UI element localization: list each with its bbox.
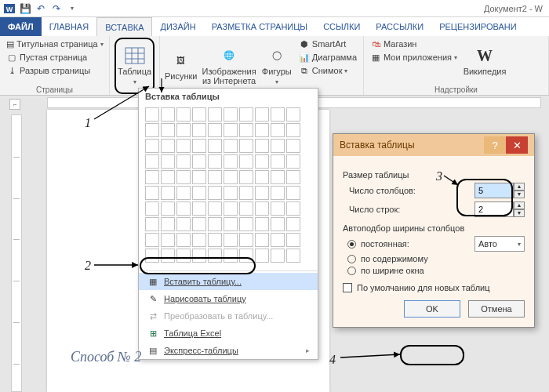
grid-cell[interactable] [161, 107, 175, 122]
rows-spinbox[interactable]: ▲▼ [474, 201, 525, 217]
grid-cell[interactable] [286, 233, 300, 247]
grid-cell[interactable] [208, 170, 222, 184]
grid-cell[interactable] [224, 170, 238, 184]
tab-review[interactable]: РЕЦЕНЗИРОВАНИ [431, 17, 524, 36]
grid-cell[interactable] [286, 249, 300, 263]
grid-cell[interactable] [239, 249, 253, 263]
shapes-button[interactable]: ◯Фигуры ▾ [261, 38, 293, 94]
tab-layout[interactable]: РАЗМЕТКА СТРАНИЦЫ [204, 17, 315, 36]
grid-cell[interactable] [286, 123, 300, 137]
grid-cell[interactable] [208, 154, 222, 169]
table-button[interactable]: Таблица ▾ [115, 38, 155, 94]
rows-up-button[interactable]: ▲ [514, 201, 525, 209]
qat-customize-icon[interactable]: ▾ [66, 2, 78, 15]
smartart-button[interactable]: ⬢SmartArt [297, 38, 358, 50]
grid-cell[interactable] [192, 154, 206, 169]
grid-cell[interactable] [286, 186, 300, 200]
grid-cell[interactable] [145, 123, 159, 137]
myapps-button[interactable]: ▦Мои приложения▾ [369, 51, 459, 64]
excel-spreadsheet-menuitem[interactable]: ⊞Таблица Excel [139, 325, 318, 342]
grid-cell[interactable] [208, 139, 222, 153]
dialog-close-button[interactable]: ✕ [506, 136, 528, 154]
grid-cell[interactable] [255, 186, 269, 200]
wikipedia-button[interactable]: WВикипедия [464, 38, 506, 85]
grid-cell[interactable] [161, 201, 175, 216]
blank-page-button[interactable]: ▢Пустая страница [5, 51, 104, 64]
grid-cell[interactable] [145, 249, 159, 263]
grid-cell[interactable] [208, 217, 222, 231]
grid-cell[interactable] [255, 170, 269, 184]
grid-cell[interactable] [208, 123, 222, 137]
grid-cell[interactable] [255, 233, 269, 247]
screenshot-button[interactable]: ⧉Снимок▾ [297, 64, 358, 77]
grid-cell[interactable] [255, 123, 269, 137]
grid-cell[interactable] [239, 186, 253, 200]
rows-input[interactable] [474, 201, 514, 217]
grid-cell[interactable] [286, 170, 300, 184]
fixed-width-radio[interactable]: постоянная: Авто▾ [347, 236, 525, 252]
grid-cell[interactable] [145, 233, 159, 247]
grid-cell[interactable] [271, 249, 285, 263]
grid-cell[interactable] [176, 139, 191, 153]
grid-cell[interactable] [239, 217, 253, 231]
grid-cell[interactable] [224, 201, 238, 216]
grid-cell[interactable] [161, 186, 175, 200]
tab-file[interactable]: ФАЙЛ [0, 17, 42, 36]
grid-cell[interactable] [145, 170, 159, 184]
dialog-titlebar[interactable]: Вставка таблицы ? ✕ [333, 134, 534, 156]
tab-design[interactable]: ДИЗАЙН [152, 17, 203, 36]
grid-cell[interactable] [145, 154, 159, 169]
grid-cell[interactable] [192, 139, 206, 153]
grid-cell[interactable] [255, 154, 269, 169]
grid-cell[interactable] [161, 154, 175, 169]
grid-cell[interactable] [239, 123, 253, 137]
fixed-width-combo[interactable]: Авто▾ [474, 236, 525, 252]
grid-cell[interactable] [224, 154, 238, 169]
grid-cell[interactable] [271, 201, 285, 216]
grid-cell[interactable] [145, 107, 159, 122]
grid-cell[interactable] [224, 249, 238, 263]
grid-cell[interactable] [224, 139, 238, 153]
grid-cell[interactable] [176, 201, 191, 216]
grid-cell[interactable] [239, 107, 253, 122]
store-button[interactable]: 🛍Магазин [369, 38, 459, 50]
draw-table-menuitem[interactable]: ✎Нарисовать таблицу [139, 290, 318, 307]
grid-cell[interactable] [208, 186, 222, 200]
insert-table-menuitem[interactable]: ▦Вставить таблицу... [139, 273, 318, 290]
grid-cell[interactable] [192, 217, 206, 231]
grid-cell[interactable] [176, 123, 191, 137]
redo-icon[interactable]: ↷ [50, 2, 63, 15]
grid-cell[interactable] [192, 107, 206, 122]
grid-cell[interactable] [271, 217, 285, 231]
grid-cell[interactable] [176, 249, 191, 263]
grid-cell[interactable] [271, 107, 285, 122]
dialog-help-button[interactable]: ? [484, 136, 506, 154]
grid-cell[interactable] [161, 123, 175, 137]
grid-cell[interactable] [271, 233, 285, 247]
grid-cell[interactable] [255, 107, 269, 122]
grid-cell[interactable] [176, 186, 191, 200]
tab-mailings[interactable]: РАССЫЛКИ [368, 17, 431, 36]
grid-cell[interactable] [255, 249, 269, 263]
rows-down-button[interactable]: ▼ [514, 209, 525, 217]
grid-cell[interactable] [161, 249, 175, 263]
grid-cell[interactable] [176, 170, 191, 184]
grid-cell[interactable] [286, 154, 300, 169]
quick-tables-menuitem[interactable]: ▤Экспресс-таблицы▸ [139, 342, 318, 359]
cols-spinbox[interactable]: ▲▼ [474, 183, 525, 198]
ok-button[interactable]: OK [404, 300, 460, 318]
undo-icon[interactable]: ↶ [35, 2, 47, 15]
grid-cell[interactable] [145, 201, 159, 216]
autofit-window-radio[interactable]: по ширине окна [347, 266, 525, 275]
grid-cell[interactable] [286, 217, 300, 231]
grid-cell[interactable] [176, 107, 191, 122]
grid-cell[interactable] [161, 170, 175, 184]
grid-cell[interactable] [224, 217, 238, 231]
autofit-contents-radio[interactable]: по содержимому [347, 254, 525, 263]
grid-cell[interactable] [208, 107, 222, 122]
grid-cell[interactable] [145, 139, 159, 153]
chart-button[interactable]: 📊Диаграмма [297, 51, 358, 64]
grid-cell[interactable] [239, 154, 253, 169]
grid-cell[interactable] [286, 201, 300, 216]
grid-cell[interactable] [208, 233, 222, 247]
